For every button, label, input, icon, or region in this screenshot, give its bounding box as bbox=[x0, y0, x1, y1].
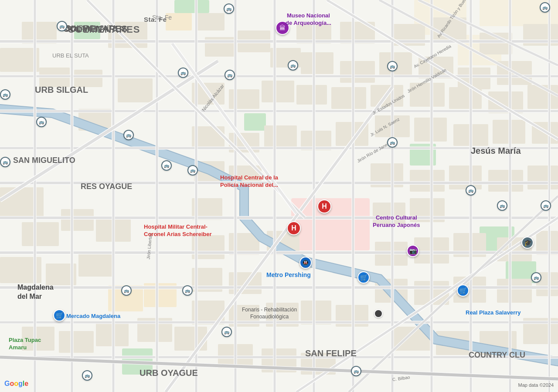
svg-rect-26 bbox=[78, 253, 113, 277]
label-real-plaza: Real Plaza Salaverry bbox=[466, 309, 521, 316]
marker-real-plaza[interactable]: 🛒 bbox=[457, 284, 469, 297]
google-logo: Google bbox=[4, 380, 28, 388]
svg-rect-79 bbox=[449, 166, 482, 189]
svg-rect-16 bbox=[74, 70, 102, 87]
label-fonaris: Fonaris - RehabilitaciónFonoaudiológica bbox=[242, 307, 297, 320]
bus-stop-11[interactable]: 🚌 bbox=[466, 185, 476, 196]
svg-rect-56 bbox=[229, 89, 259, 109]
label-colmenares: COLMENARES bbox=[68, 24, 140, 35]
label-magdalena: Magdalenadel Mar bbox=[17, 283, 54, 301]
svg-rect-50 bbox=[458, 68, 490, 89]
svg-rect-67 bbox=[264, 125, 297, 147]
svg-rect-80 bbox=[488, 170, 523, 192]
label-metro-pershing: Metro Pershing bbox=[266, 271, 311, 278]
label-sta-fe: Sta. Fe bbox=[152, 14, 172, 21]
bus-stop-19[interactable]: 🚌 bbox=[82, 370, 92, 381]
marker-fonaris[interactable] bbox=[374, 309, 383, 318]
svg-rect-20 bbox=[0, 187, 44, 218]
label-mercado-magdalena: Mercado Magdalena bbox=[66, 313, 120, 319]
label-centro-cultural: Centro CulturalPeruano Japonés bbox=[373, 214, 420, 229]
label-plaza-tupac: Plaza TupacAmaru bbox=[9, 337, 41, 351]
label-urb-oyague: URB OYAGUE bbox=[140, 368, 198, 378]
label-san-felipe: SAN FELIPE bbox=[305, 348, 357, 358]
bus-stop-18[interactable]: 🚌 bbox=[351, 366, 361, 376]
bus-stop-8[interactable]: 🚌 bbox=[161, 160, 172, 171]
label-hospital-central: Hospital Central de laPolicía Nacional d… bbox=[220, 174, 278, 189]
bus-stop-9[interactable]: 🚌 bbox=[187, 165, 198, 176]
marker-camera[interactable]: 📷 bbox=[407, 245, 419, 257]
label-san-miguelito: SAN MIGUELITO bbox=[13, 156, 75, 165]
marker-metro-pershing[interactable]: 🚇 bbox=[299, 257, 312, 269]
map-svg bbox=[0, 0, 558, 392]
bus-stop-7[interactable]: 🚌 bbox=[123, 130, 134, 140]
svg-rect-4 bbox=[244, 113, 266, 131]
label-museo-nacional: Museo Nacionalde Arqueología... bbox=[286, 12, 331, 27]
svg-rect-81 bbox=[527, 166, 558, 189]
bus-stop-20[interactable]: 🚌 bbox=[531, 272, 541, 283]
bus-stop-4[interactable]: 🚌 bbox=[178, 68, 188, 78]
bus-stop-14[interactable]: 🚌 bbox=[540, 2, 550, 13]
label-res-oyague: RES OYAGUE bbox=[81, 182, 132, 191]
bus-stop-5[interactable]: 🚌 bbox=[225, 70, 235, 80]
map-copyright: Map data ©2024 bbox=[518, 382, 554, 388]
svg-rect-46 bbox=[301, 52, 333, 74]
svg-rect-21 bbox=[22, 222, 59, 246]
svg-rect-47 bbox=[340, 61, 375, 83]
bus-stop-10[interactable]: 🚌 bbox=[387, 137, 398, 148]
bus-stop-17[interactable]: 🚌 bbox=[221, 327, 232, 337]
bus-stop-6[interactable]: 🚌 bbox=[387, 61, 398, 71]
svg-rect-78 bbox=[410, 170, 445, 192]
bus-stop-12[interactable]: 🚌 bbox=[497, 200, 507, 211]
bus-stop-1[interactable]: 🚌 bbox=[224, 3, 234, 14]
label-urb-el-suta: URB EL SUTA bbox=[52, 52, 89, 59]
svg-rect-19 bbox=[118, 78, 153, 102]
marker-school[interactable]: 🎓 bbox=[521, 237, 534, 249]
svg-rect-59 bbox=[331, 87, 366, 109]
svg-rect-57 bbox=[262, 81, 294, 102]
marker-mercado-magdalena[interactable]: 🛒 bbox=[53, 309, 65, 321]
bus-stop-2[interactable]: 🚌 bbox=[57, 21, 67, 31]
svg-rect-10 bbox=[174, 0, 209, 13]
map-container[interactable]: Sta. Fe URB EL SUTA Sta. Fe COLMENARES S… bbox=[0, 0, 558, 392]
svg-rect-92 bbox=[497, 279, 532, 303]
label-urb-silgal: URB SILGAL bbox=[35, 85, 88, 95]
label-hospital-militar: Hospital Militar Central-Coronel Arias S… bbox=[144, 223, 212, 238]
bus-stop-16[interactable]: 🚌 bbox=[182, 285, 193, 296]
bus-stop-3[interactable]: 🚌 bbox=[288, 60, 298, 71]
bus-stop-23[interactable]: 🚌 bbox=[36, 117, 47, 127]
svg-rect-58 bbox=[296, 85, 327, 105]
marker-hospital-militar[interactable]: H bbox=[287, 221, 301, 235]
svg-rect-22 bbox=[61, 209, 94, 231]
marker-shop-pershing[interactable]: 🛒 bbox=[357, 271, 370, 284]
label-country-club: COUNTRY CLU bbox=[469, 351, 525, 360]
label-jesus-maria: Jesús María bbox=[471, 146, 521, 156]
bus-stop-15[interactable]: 🚌 bbox=[121, 285, 132, 296]
bus-stop-13[interactable]: 🚌 bbox=[541, 200, 551, 211]
bus-stop-21[interactable]: 🚌 bbox=[0, 89, 10, 100]
svg-rect-31 bbox=[174, 327, 207, 351]
bus-stop-22[interactable]: 🚌 bbox=[0, 157, 10, 167]
marker-hospital-central[interactable]: H bbox=[317, 199, 331, 213]
svg-rect-45 bbox=[196, 13, 225, 30]
svg-rect-28 bbox=[59, 331, 94, 353]
